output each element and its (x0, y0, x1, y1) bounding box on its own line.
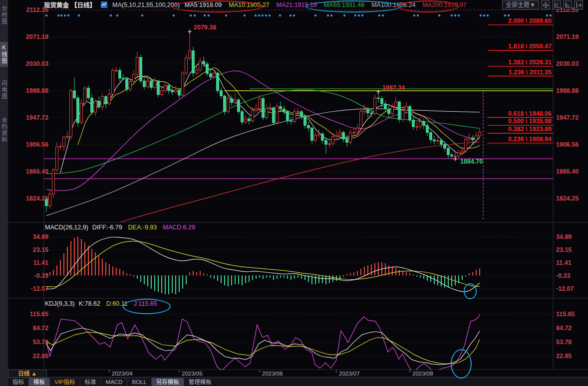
svg-text:1988.88: 1988.88 (556, 87, 579, 94)
svg-text:1988.88: 1988.88 (26, 87, 48, 94)
sidebar-item-view[interactable]: 闪电图 (0, 78, 8, 102)
date-axis-label: 2023/06 (262, 371, 283, 377)
svg-text:23.15: 23.15 (33, 246, 48, 253)
svg-text:0.382 \ 1923.89: 0.382 \ 1923.89 (508, 126, 552, 133)
svg-text:1.618 \ 2050.47: 1.618 \ 2050.47 (508, 43, 552, 50)
svg-text:0.236 \ 1908.94: 0.236 \ 1908.94 (508, 136, 552, 143)
macd-diff-value: DIFF:-6.79 (92, 224, 122, 231)
price-axis-label: 2071.192071.19 (26, 33, 579, 40)
svg-text:1.382 \ 2026.31: 1.382 \ 2026.31 (508, 59, 552, 66)
fibonacci-levels: 2.000 \ 2089.601.618 \ 2050.471.382 \ 20… (488, 17, 553, 143)
svg-text:22.85: 22.85 (33, 353, 48, 360)
svg-text:34.89: 34.89 (33, 233, 48, 240)
svg-text:2079.38: 2079.38 (194, 24, 216, 31)
svg-text:2.000 \ 2089.60: 2.000 \ 2089.60 (508, 17, 552, 24)
svg-text:0.618 \ 1948.06: 0.618 \ 1948.06 (508, 110, 552, 117)
main-price-panel (44, 31, 553, 222)
svg-text:2030.03: 2030.03 (556, 60, 579, 67)
ma-group-label: MA(5,10,21,55,100,200) (112, 1, 180, 8)
tab-1[interactable]: 指标 (8, 378, 28, 386)
ma-value-label: MA21:1915.18 (277, 1, 317, 8)
ma-value-label: MA10:1905.27 (229, 1, 269, 8)
sidebar-item-view[interactable]: 分时图 (0, 3, 8, 27)
macd-macd-value: MACD:6.29 (163, 224, 195, 231)
kdj-k-value: K:78.62 (79, 300, 100, 307)
svg-text:-0.33: -0.33 (556, 272, 571, 279)
svg-text:53.78: 53.78 (33, 339, 48, 346)
tab-8[interactable]: 管理模板 (184, 378, 216, 386)
kdj-panel (46, 314, 480, 372)
ma-value-label: MA55:1931.46 (324, 1, 364, 8)
ma-value-label: MA100:1956.24 (371, 1, 415, 8)
svg-text:-12.07: -12.07 (31, 285, 48, 292)
price-axis-label: 1906.561906.56 (26, 141, 579, 148)
tab-7[interactable]: 另存模板 (152, 378, 184, 386)
macd-header: MACD(26,12,9) DIFF:-6.79 DEA:-9.93 MACD:… (45, 224, 195, 231)
tab-5[interactable]: MACD (101, 378, 127, 386)
date-axis-label: 2023/08 (412, 371, 433, 377)
macd-title: MACD(26,12,9) (45, 224, 88, 231)
svg-text:23.15: 23.15 (556, 246, 572, 253)
themes-dropdown-button[interactable]: 全部主题▼ (502, 0, 539, 9)
ma-value-label: MA5:1918.09 (185, 1, 222, 8)
x-axis-scale-icon[interactable] (563, 0, 572, 9)
bottom-tab-bar: 指标模板VIP指标标准MACDBOLL另存模板管理模板 (8, 378, 588, 386)
kdj-header: KDJ(9,3,3) K:78.62 D:60.11 J:115.65 (45, 300, 157, 307)
macd-dea-value: DEA:-9.93 (128, 224, 157, 231)
chart-canvas: 2112.352112.352071.192071.192030.032030.… (0, 0, 588, 386)
period-tag: 【日线】 (71, 0, 96, 9)
svg-text:1906.56: 1906.56 (26, 141, 48, 148)
tab-3[interactable]: VIP指标 (50, 378, 80, 386)
svg-text:115.65: 115.65 (29, 311, 48, 318)
svg-text:2071.19: 2071.19 (556, 33, 579, 40)
svg-text:22.85: 22.85 (556, 353, 572, 360)
y-axis-scale-icon[interactable] (552, 0, 561, 9)
svg-text:1906.56: 1906.56 (556, 141, 579, 148)
tab-4[interactable]: 标准 (80, 378, 101, 386)
svg-text:53.78: 53.78 (556, 339, 572, 346)
tab-2[interactable]: 模板 (29, 378, 49, 386)
kdj-title: KDJ(9,3,3) (45, 300, 75, 307)
macd-panel (46, 237, 480, 294)
top-toolbar: 全部主题▼ (502, 0, 583, 9)
svg-text:1947.72: 1947.72 (26, 114, 48, 121)
sidebar-item-active[interactable]: K线图 (0, 42, 8, 67)
svg-text:84.72: 84.72 (33, 325, 48, 332)
tab-6[interactable]: BOLL (127, 378, 151, 386)
kdj-d-value: D:60.11 (106, 300, 128, 307)
event-dots (45, 14, 552, 16)
svg-text:1947.72: 1947.72 (556, 114, 579, 121)
svg-text:115.65: 115.65 (556, 311, 575, 318)
chart-type-icon (101, 1, 107, 8)
period-selector[interactable]: 日线 ▲ (8, 370, 47, 378)
svg-text:0.500 \ 1935.98: 0.500 \ 1935.98 (508, 118, 552, 125)
svg-text:-12.07: -12.07 (556, 285, 574, 292)
sidebar-item-view[interactable]: 合约资料 (0, 115, 8, 146)
svg-text:11.41: 11.41 (33, 259, 48, 266)
ma-value-label: MA200:1910.97 (422, 1, 466, 8)
chart-header: 现货黄金 【日线】 MA(5,10,21,55,100,200) MA5:191… (44, 1, 467, 8)
svg-text:1865.40: 1865.40 (556, 168, 579, 175)
candles (45, 31, 481, 211)
svg-text:1824.25: 1824.25 (556, 195, 579, 202)
date-axis-label: 2023/07 (339, 371, 360, 377)
price-axis-label: 1824.251824.25 (26, 195, 579, 202)
svg-text:11.41: 11.41 (556, 259, 572, 266)
ma-values: MA5:1918.09MA10:1905.27MA21:1915.18MA55:… (185, 1, 467, 8)
date-axis-label: 2023/05 (182, 371, 203, 377)
svg-text:2030.03: 2030.03 (26, 60, 48, 67)
svg-text:1.236 \ 2011.35: 1.236 \ 2011.35 (509, 69, 552, 76)
trading-terminal-window: 2112.352112.352071.192071.192030.032030.… (0, 0, 588, 386)
svg-text:2071.19: 2071.19 (26, 33, 48, 40)
left-sidebar: 分时图K线图闪电图合约资料 (0, 0, 8, 386)
svg-text:1884.70: 1884.70 (460, 158, 483, 165)
kdj-j-value: J:115.65 (134, 300, 157, 307)
date-axis-label: 2023/04 (112, 371, 133, 377)
price-axis-label: 1865.401865.40 (26, 168, 579, 175)
symbol-name: 现货黄金 (44, 0, 69, 9)
price-annotation: 1884.70 (453, 157, 483, 165)
move-icon[interactable] (541, 0, 550, 9)
svg-text:34.89: 34.89 (556, 233, 572, 240)
svg-text:1987.34: 1987.34 (382, 84, 405, 91)
pan-right-icon[interactable] (574, 0, 583, 9)
